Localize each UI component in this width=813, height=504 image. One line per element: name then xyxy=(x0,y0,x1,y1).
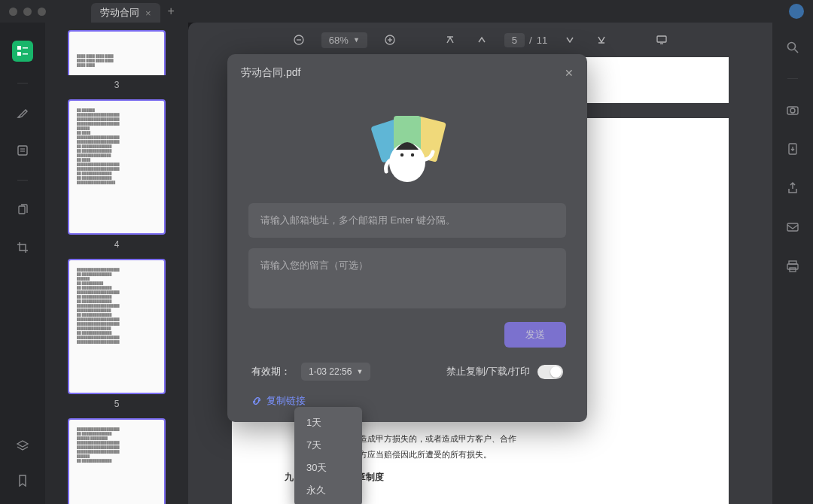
svg-rect-4 xyxy=(18,146,27,155)
first-page-button[interactable] xyxy=(441,31,459,49)
svg-rect-1 xyxy=(17,52,21,56)
modal-illustration xyxy=(227,87,587,203)
dropdown-item[interactable]: 7天 xyxy=(294,434,362,457)
right-sidebar xyxy=(772,23,813,504)
dropdown-item[interactable]: 1天 xyxy=(294,411,362,434)
crop-icon[interactable] xyxy=(14,239,31,256)
bookmark-icon[interactable] xyxy=(14,472,31,489)
email-input[interactable]: 请输入邮箱地址，多个邮箱用 Enter 键分隔。 xyxy=(248,203,566,238)
thumb-page-num: 5 xyxy=(59,399,175,409)
share-modal: 劳动合同.pdf ✕ 请输入邮箱地址，多个邮箱用 Enter 键分隔。 请输入您… xyxy=(227,54,587,422)
left-sidebar xyxy=(0,23,45,504)
window-controls[interactable] xyxy=(9,8,46,16)
chevron-down-icon: ▼ xyxy=(356,368,363,375)
export-icon[interactable] xyxy=(784,141,801,157)
svg-rect-24 xyxy=(787,264,798,269)
svg-point-30 xyxy=(400,153,403,156)
svg-rect-22 xyxy=(787,223,798,231)
zoom-in-button[interactable] xyxy=(381,31,399,49)
print-icon[interactable] xyxy=(784,258,801,275)
copy-icon[interactable] xyxy=(14,202,31,218)
close-tab-icon[interactable]: × xyxy=(145,8,151,19)
present-button[interactable] xyxy=(653,31,671,49)
svg-line-18 xyxy=(795,50,799,53)
zoom-value: 68% xyxy=(329,35,349,46)
current-page-input[interactable]: 5 xyxy=(504,33,525,47)
last-page-button[interactable] xyxy=(592,31,611,49)
expire-dropdown: 1天 7天 30天 永久 xyxy=(294,407,362,504)
zoom-select[interactable]: 68% ▼ xyxy=(321,32,367,48)
svg-point-20 xyxy=(790,108,795,113)
mail-icon[interactable] xyxy=(784,219,801,235)
next-page-button[interactable] xyxy=(561,31,579,49)
thumb-page-num: 3 xyxy=(59,80,175,90)
copy-link-button[interactable]: 复制链接 xyxy=(251,394,306,408)
total-pages: 11 xyxy=(537,35,547,46)
dropdown-item[interactable]: 30天 xyxy=(294,457,362,479)
svg-rect-3 xyxy=(23,53,28,55)
message-input[interactable]: 请输入您的留言（可选） xyxy=(248,248,566,308)
search-icon[interactable] xyxy=(784,39,801,56)
highlight-icon[interactable] xyxy=(14,105,31,121)
expire-select[interactable]: 1-03 22:56 ▼ xyxy=(301,363,370,381)
thumbnail-panel: ████ ████ ████ ████████ ████ ████ ██████… xyxy=(45,23,188,504)
modal-title: 劳动合同.pdf xyxy=(241,66,300,80)
svg-point-31 xyxy=(411,153,414,156)
chevron-down-icon: ▼ xyxy=(353,36,360,44)
svg-point-17 xyxy=(788,43,796,50)
dropdown-item[interactable]: 永久 xyxy=(294,479,362,502)
email-placeholder: 请输入邮箱地址，多个邮箱用 Enter 键分隔。 xyxy=(260,214,455,226)
note-icon[interactable] xyxy=(14,142,31,159)
document-tab-label: 劳动合同 xyxy=(100,6,139,20)
toolbar: 68% ▼ 5 / 11 xyxy=(188,23,772,57)
avatar[interactable] xyxy=(789,4,804,19)
thumbnail[interactable]: ██████████████████████ █████████████████… xyxy=(59,418,175,504)
traffic-max[interactable] xyxy=(38,8,46,16)
expire-label: 有效期： xyxy=(251,365,291,378)
new-tab-button[interactable]: + xyxy=(168,5,175,18)
layers-icon[interactable] xyxy=(14,438,31,454)
traffic-close[interactable] xyxy=(9,8,17,16)
restrict-toggle[interactable] xyxy=(537,365,563,379)
prev-page-button[interactable] xyxy=(473,31,491,49)
svg-rect-0 xyxy=(17,46,21,50)
restrict-label: 禁止复制/下载/打印 xyxy=(446,365,530,378)
expire-value: 1-03 22:56 xyxy=(309,366,352,377)
share-icon[interactable] xyxy=(784,180,801,196)
thumb-page-num: 4 xyxy=(59,239,175,250)
thumbnails-icon[interactable] xyxy=(12,41,33,62)
titlebar: 劳动合同 × + xyxy=(0,0,813,23)
svg-rect-7 xyxy=(19,206,25,214)
modal-close-button[interactable]: ✕ xyxy=(565,67,574,79)
svg-rect-2 xyxy=(23,47,28,49)
traffic-min[interactable] xyxy=(23,8,32,16)
message-placeholder: 请输入您的留言（可选） xyxy=(260,260,368,271)
page-indicator: 5 / 11 xyxy=(504,33,547,47)
thumbnail[interactable]: ██ █████████████████████████████████████… xyxy=(59,99,175,250)
camera-icon[interactable] xyxy=(784,102,801,118)
document-tab[interactable]: 劳动合同 × xyxy=(91,3,160,23)
thumbnail[interactable]: ████ ████ ████ ████████ ████ ████ ██████… xyxy=(59,30,175,90)
send-button[interactable]: 发送 xyxy=(504,322,566,348)
thumbnail[interactable]: ██████████████████████ █████████████████… xyxy=(59,259,175,409)
svg-rect-15 xyxy=(657,36,666,42)
zoom-out-button[interactable] xyxy=(290,31,308,49)
